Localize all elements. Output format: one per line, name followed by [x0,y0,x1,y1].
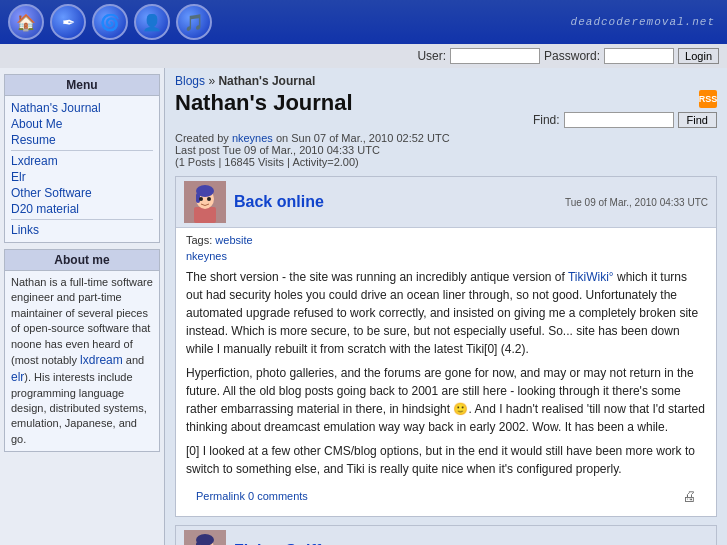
post-header-1: Back online Tue 09 of Mar., 2010 04:33 U… [176,177,716,228]
post-card-1: Back online Tue 09 of Mar., 2010 04:33 U… [175,176,717,517]
music-icon[interactable]: 🎵 [176,4,212,40]
avatar-svg [184,181,226,223]
post-footer-1: Permalink 0 comments 🖨 [186,484,706,510]
login-bar: User: Password: Login [0,44,727,68]
about-text: Nathan is a full-time software engineer … [11,275,153,447]
spiral-icon[interactable]: 🌀 [92,4,128,40]
find-input[interactable] [564,112,674,128]
sidebar-link-links[interactable]: Links [11,222,153,238]
svg-rect-1 [194,207,216,223]
sidebar-divider-1 [11,150,153,151]
sidebar-about-content: Nathan is a full-time software engineer … [5,271,159,451]
avatar-svg-2 [184,530,226,545]
stats-close: ) [355,156,359,168]
svg-point-5 [199,197,203,201]
post-para-1-2: Hyperfiction, photo galleries, and the f… [186,364,706,436]
password-input[interactable] [604,48,674,64]
find-label: Find: [533,113,560,127]
login-button[interactable]: Login [678,48,719,64]
rss-icon[interactable]: RSS [699,90,717,108]
stats-text: 1 Posts | 16845 Visits | Activity=2.00 [179,156,355,168]
permalink-1[interactable]: Permalink 0 comments [196,490,308,502]
user-input[interactable] [450,48,540,64]
sidebar-link-resume[interactable]: Resume [11,132,153,148]
tikiwiki-link[interactable]: TikiWiki° [568,270,614,284]
sidebar-link-d20[interactable]: D20 material [11,201,153,217]
site-domain: deadcoderemoval.net [212,16,719,28]
find-bar: Find: Find [533,112,717,128]
user-label: User: [417,49,446,63]
last-post-date: Tue 09 of Mar., 2010 04:33 UTC [223,144,380,156]
breadcrumb-blogs[interactable]: Blogs [175,74,205,88]
meta-info: Created by nkeynes on Sun 07 of Mar., 20… [175,132,717,168]
post-para-1-1: The short version - the site was running… [186,268,706,358]
post-header-left-1: Back online [184,181,324,223]
sidebar: Menu Nathan's Journal About Me Resume Lx… [0,68,165,545]
tags-label-1: Tags: [186,234,215,246]
post-tags-1: Tags: website [186,234,706,246]
post-header-left-2: Fixing Spiffy [184,530,330,545]
sidebar-link-elr[interactable]: Elr [11,169,153,185]
page-title: Nathan's Journal [175,90,353,116]
created-by-label: Created by [175,132,232,144]
sidebar-menu-links: Nathan's Journal About Me Resume Lxdream… [5,96,159,242]
post-title-1[interactable]: Back online [234,193,324,211]
about-elr-link[interactable]: elr [11,369,24,385]
created-on: on [276,132,291,144]
top-navbar: 🏠 ✒ 🌀 👤 🎵 deadcoderemoval.net [0,0,727,44]
sidebar-link-about[interactable]: About Me [11,116,153,132]
author-link[interactable]: nkeynes [232,132,273,144]
sidebar-link-other-software[interactable]: Other Software [11,185,153,201]
password-label: Password: [544,49,600,63]
post-header-2: Fixing Spiffy Tue 10 of June, 2008 06:00… [176,526,716,545]
sidebar-link-lxdream[interactable]: Lxdream [11,153,153,169]
tag-website[interactable]: website [215,234,252,246]
breadcrumb: Blogs » Nathan's Journal [175,74,717,88]
nav-icons-group: 🏠 ✒ 🌀 👤 🎵 [8,4,212,40]
main-content: Blogs » Nathan's Journal Nathan's Journa… [165,68,727,545]
breadcrumb-current: Nathan's Journal [218,74,315,88]
sidebar-about-title: About me [5,250,159,271]
find-button[interactable]: Find [678,112,717,128]
post-para-1-3: [0] I looked at a few other CMS/blog opt… [186,442,706,478]
breadcrumb-separator: » [208,74,215,88]
sidebar-divider-2 [11,219,153,220]
sidebar-about-box: About me Nathan is a full-time software … [4,249,160,452]
main-layout: Menu Nathan's Journal About Me Resume Lx… [0,68,727,545]
home-icon[interactable]: 🏠 [8,4,44,40]
post-body-1: Tags: website nkeynes The short version … [176,228,716,516]
person-icon[interactable]: 👤 [134,4,170,40]
post-avatar-1 [184,181,226,223]
sidebar-menu-title: Menu [5,75,159,96]
post-date-1: Tue 09 of Mar., 2010 04:33 UTC [565,197,708,208]
about-lxdream-link[interactable]: lxdream [80,352,123,368]
sidebar-menu-box: Menu Nathan's Journal About Me Resume Lx… [4,74,160,243]
post-author-1[interactable]: nkeynes [186,250,706,262]
pen-icon[interactable]: ✒ [50,4,86,40]
print-icon-1[interactable]: 🖨 [682,488,696,504]
sidebar-link-journal[interactable]: Nathan's Journal [11,100,153,116]
last-post-label: Last post [175,144,223,156]
svg-point-6 [207,197,211,201]
created-date: Sun 07 of Mar., 2010 02:52 UTC [291,132,449,144]
post-card-2: Fixing Spiffy Tue 10 of June, 2008 06:00… [175,525,717,545]
post-avatar-2 [184,530,226,545]
